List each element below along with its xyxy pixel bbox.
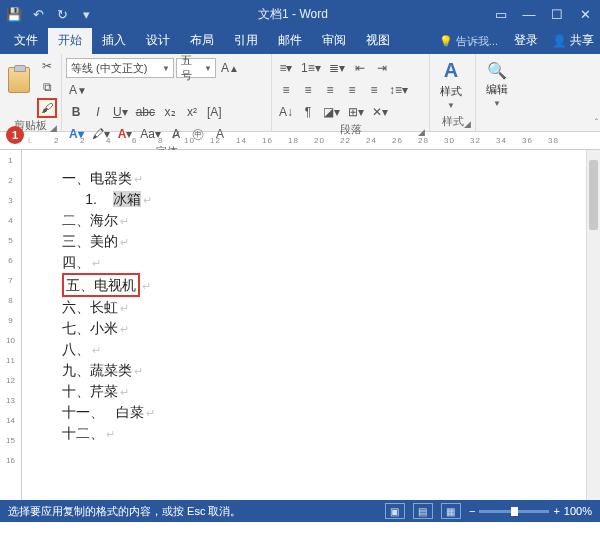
character-border-button[interactable]: A: [210, 124, 230, 144]
format-painter-button[interactable]: 🖌: [37, 98, 57, 118]
font-size-select[interactable]: 五号▼: [176, 58, 216, 78]
phonetic-guide-button[interactable]: [A]: [204, 102, 225, 122]
share-icon: 👤: [552, 34, 567, 48]
sort-button[interactable]: A↓: [276, 102, 296, 122]
minimize-icon[interactable]: —: [520, 5, 538, 23]
tab-layout[interactable]: 布局: [180, 28, 224, 54]
close-icon[interactable]: ✕: [576, 5, 594, 23]
cut-button[interactable]: ✂: [37, 56, 57, 76]
grow-font-button[interactable]: A▲: [218, 58, 242, 78]
vertical-ruler[interactable]: 12345678910111213141516: [0, 150, 22, 500]
tab-view[interactable]: 视图: [356, 28, 400, 54]
undo-icon[interactable]: ↶: [30, 6, 46, 22]
doc-line[interactable]: 九、蔬菜类↵: [62, 360, 590, 381]
tell-me[interactable]: 💡告诉我...: [431, 34, 506, 54]
tab-file[interactable]: 文件: [4, 28, 48, 54]
doc-line[interactable]: 八、↵: [62, 339, 590, 360]
doc-line[interactable]: 五、电视机↵: [62, 273, 590, 297]
tab-review[interactable]: 审阅: [312, 28, 356, 54]
tab-mailings[interactable]: 邮件: [268, 28, 312, 54]
numbering-button[interactable]: 1≡▾: [298, 58, 324, 78]
collapse-ribbon-icon[interactable]: ˆ: [595, 118, 598, 129]
save-icon[interactable]: 💾: [6, 6, 22, 22]
login-button[interactable]: 登录: [506, 32, 546, 54]
doc-line[interactable]: 1. 冰箱↵: [62, 189, 590, 210]
bulb-icon: 💡: [439, 35, 453, 48]
tab-references[interactable]: 引用: [224, 28, 268, 54]
tab-home[interactable]: 开始: [48, 28, 92, 54]
clipboard-launcher-icon[interactable]: ◢: [50, 123, 57, 133]
line-spacing-button[interactable]: ↕≡▾: [386, 80, 411, 100]
doc-line[interactable]: 四、↵: [62, 252, 590, 273]
paragraph-launcher-icon[interactable]: ◢: [418, 127, 425, 137]
document-page[interactable]: 2 一、电器类↵ 1. 冰箱↵二、海尔↵三、美的↵四、↵五、电视机↵六、长虹↵七…: [22, 150, 600, 500]
redo-icon[interactable]: ↻: [54, 6, 70, 22]
superscript-button[interactable]: x²: [182, 102, 202, 122]
zoom-control[interactable]: − + 100%: [469, 505, 592, 517]
group-styles: A 样式 ▼ 样式◢: [430, 54, 476, 131]
doc-line[interactable]: 一、电器类↵: [62, 168, 590, 189]
align-left-button[interactable]: ≡: [276, 80, 296, 100]
align-right-button[interactable]: ≡: [320, 80, 340, 100]
bullets-button[interactable]: ≡▾: [276, 58, 296, 78]
paste-button[interactable]: [4, 56, 34, 104]
vertical-scrollbar[interactable]: [586, 150, 600, 500]
underline-button[interactable]: U▾: [110, 102, 131, 122]
enclose-character-button[interactable]: ㊥: [188, 124, 208, 144]
doc-line[interactable]: 七、小米↵: [62, 318, 590, 339]
strikethrough-button[interactable]: abc: [133, 102, 158, 122]
decrease-indent-button[interactable]: ⇤: [350, 58, 370, 78]
scrollbar-thumb[interactable]: [589, 160, 598, 230]
quick-access-toolbar: 💾 ↶ ↻ ▾: [6, 6, 94, 22]
copy-icon: ⧉: [43, 80, 52, 94]
font-color-button[interactable]: A▾: [115, 124, 136, 144]
zoom-slider[interactable]: [479, 510, 549, 513]
asian-layout-button[interactable]: ✕▾: [369, 102, 391, 122]
maximize-icon[interactable]: ☐: [548, 5, 566, 23]
highlight-button[interactable]: 🖍▾: [89, 124, 113, 144]
font-name-select[interactable]: 等线 (中文正文)▼: [66, 58, 174, 78]
shading-button[interactable]: ◪▾: [320, 102, 343, 122]
text-effects-button[interactable]: A▾: [66, 124, 87, 144]
align-center-button[interactable]: ≡: [298, 80, 318, 100]
ribbon-tabs: 文件 开始 插入 设计 布局 引用 邮件 审阅 视图 💡告诉我... 登录 👤共…: [0, 28, 600, 54]
doc-line[interactable]: 十一、 白菜↵: [62, 402, 590, 423]
change-case-button[interactable]: Aa▾: [137, 124, 164, 144]
group-styles-label: 样式: [442, 115, 464, 127]
tab-insert[interactable]: 插入: [92, 28, 136, 54]
share-button[interactable]: 👤共享: [546, 32, 600, 54]
highlight-icon: 🖍: [92, 127, 104, 141]
zoom-in-icon[interactable]: +: [553, 505, 559, 517]
doc-line[interactable]: 三、美的↵: [62, 231, 590, 252]
paintbrush-icon: 🖌: [41, 101, 53, 115]
justify-button[interactable]: ≡: [342, 80, 362, 100]
doc-line[interactable]: 二、海尔↵: [62, 210, 590, 231]
copy-button[interactable]: ⧉: [37, 77, 57, 97]
show-marks-button[interactable]: ¶: [298, 102, 318, 122]
distributed-button[interactable]: ≡: [364, 80, 384, 100]
borders-button[interactable]: ⊞▾: [345, 102, 367, 122]
qat-more-icon[interactable]: ▾: [78, 6, 94, 22]
multilevel-list-button[interactable]: ≣▾: [326, 58, 348, 78]
annotation-callout-1: 1: [6, 126, 24, 144]
group-clipboard: ✂ ⧉ 🖌 剪贴板◢: [0, 54, 62, 131]
editing-button[interactable]: 🔍 编辑 ▼: [480, 56, 514, 112]
styles-button[interactable]: A 样式 ▼: [434, 56, 468, 112]
italic-button[interactable]: I: [88, 102, 108, 122]
zoom-out-icon[interactable]: −: [469, 505, 475, 517]
print-layout-icon[interactable]: ▤: [413, 503, 433, 519]
tab-design[interactable]: 设计: [136, 28, 180, 54]
ribbon-options-icon[interactable]: ▭: [492, 5, 510, 23]
shrink-font-button[interactable]: A▼: [66, 80, 90, 100]
bold-button[interactable]: B: [66, 102, 86, 122]
doc-line[interactable]: 十二、↵: [62, 423, 590, 444]
read-mode-icon[interactable]: ▣: [385, 503, 405, 519]
doc-line[interactable]: 六、长虹↵: [62, 297, 590, 318]
styles-launcher-icon[interactable]: ◢: [464, 119, 471, 129]
increase-indent-button[interactable]: ⇥: [372, 58, 392, 78]
zoom-level[interactable]: 100%: [564, 505, 592, 517]
clear-formatting-button[interactable]: A̷: [166, 124, 186, 144]
doc-line[interactable]: 十、芹菜↵: [62, 381, 590, 402]
web-layout-icon[interactable]: ▦: [441, 503, 461, 519]
subscript-button[interactable]: x₂: [160, 102, 180, 122]
